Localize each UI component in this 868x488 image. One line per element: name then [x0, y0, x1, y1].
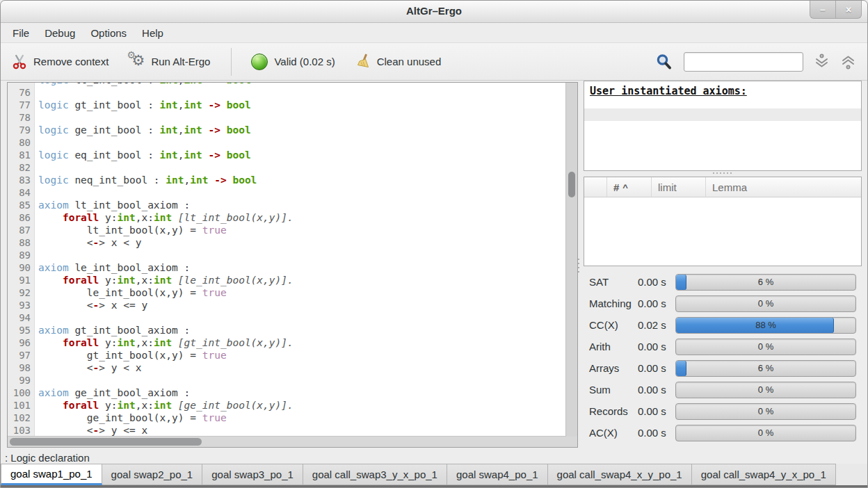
- line-number: 81: [8, 149, 35, 161]
- stat-row-ccx: CC(X)0.02 s88 %: [584, 314, 860, 336]
- toolbar-separator: [231, 48, 232, 76]
- menu-options[interactable]: Options: [83, 24, 134, 42]
- stat-percent: 6 %: [676, 361, 855, 376]
- window-controls: – ×: [810, 1, 862, 19]
- horizontal-scrollbar[interactable]: [8, 436, 566, 447]
- code-line: 78: [8, 111, 566, 124]
- statistics-panel: SAT0.00 s6 %Matching0.00 s0 %CC(X)0.02 s…: [584, 271, 860, 444]
- clean-unused-button[interactable]: Clean unused: [355, 54, 442, 70]
- broom-icon: [355, 54, 371, 70]
- menu-help[interactable]: Help: [134, 24, 171, 42]
- stat-label: CC(X): [589, 319, 638, 331]
- column-header-limit[interactable]: limit: [652, 177, 706, 197]
- stat-percent: 0 %: [676, 382, 855, 398]
- line-number: 93: [8, 299, 35, 311]
- stat-percent: 88 %: [676, 318, 855, 333]
- stat-percent: 6 %: [676, 275, 855, 290]
- go-down-icon[interactable]: [814, 54, 830, 70]
- stat-label: Records: [589, 405, 638, 417]
- stat-progressbar: 0 %: [675, 425, 856, 441]
- code-line: 96 forall y:int,x:int [gt_int_bool(x,y)]…: [8, 336, 566, 349]
- line-number: 78: [8, 111, 35, 124]
- code-line: 80: [8, 136, 566, 149]
- code-line: 98 <-> y < x: [8, 361, 566, 374]
- column-header-lemma[interactable]: Lemma: [706, 177, 861, 197]
- column-header-blank[interactable]: [584, 177, 607, 197]
- toolbar: Remove context ⚙ ⚙ Run Alt-Ergo Valid (0…: [1, 42, 867, 81]
- line-number: 101: [8, 399, 35, 412]
- user-axioms-panel: User instantiated axioms:: [584, 81, 862, 171]
- stat-percent: 0 %: [676, 296, 855, 311]
- horizontal-splitter-handle[interactable]: [584, 170, 860, 177]
- line-number: 99: [8, 374, 35, 387]
- code-line: 92 le_int_bool(x,y) = true: [8, 286, 566, 299]
- line-number: 85: [8, 199, 35, 211]
- line-number: 102: [8, 412, 35, 424]
- code-editor[interactable]: logic lt_int_bool : int,int -> bool7677l…: [7, 82, 578, 448]
- close-button[interactable]: ×: [835, 1, 861, 18]
- line-number: 80: [8, 136, 35, 149]
- stat-progressbar: 0 %: [675, 403, 856, 420]
- tab-goal-swap2_po_1[interactable]: goal swap2_po_1: [102, 464, 203, 485]
- title-bar: AltGr–Ergo – ×: [1, 1, 867, 23]
- tab-goal-swap3_po_1[interactable]: goal swap3_po_1: [202, 464, 303, 485]
- goal-tabs-bar: goal swap1_po_1goal swap2_po_1goal swap3…: [1, 464, 867, 487]
- line-number: 77: [8, 99, 35, 111]
- line-number: 76: [8, 86, 35, 99]
- menu-file[interactable]: File: [5, 24, 37, 42]
- search-icon: [655, 53, 673, 71]
- code-line: 97 gt_int_bool(x,y) = true: [8, 349, 566, 361]
- stat-row-arrays: Arrays0.00 s6 %: [584, 357, 860, 379]
- remove-context-button[interactable]: Remove context: [12, 54, 108, 70]
- menu-bar: FileDebugOptionsHelp: [1, 23, 867, 42]
- stat-label: Arrays: [589, 362, 638, 374]
- code-line: 88 <-> x < y: [8, 236, 566, 249]
- line-number: 100: [8, 387, 35, 399]
- line-number: 84: [8, 186, 35, 199]
- code-line: 90axiom le_int_bool_axiom :: [8, 261, 566, 274]
- stat-progressbar: 6 %: [675, 360, 856, 377]
- vertical-splitter-handle[interactable]: [576, 254, 581, 277]
- run-alt-ergo-label: Run Alt-Ergo: [151, 56, 210, 67]
- stat-row-arith: Arith0.00 s0 %: [584, 336, 860, 357]
- valid-label: Valid (0.02 s): [274, 56, 335, 67]
- line-number: 97: [8, 349, 35, 361]
- tab-goal-swap4_po_1[interactable]: goal swap4_po_1: [447, 464, 548, 485]
- stat-time: 0.02 s: [638, 319, 675, 331]
- lemma-table: # ^ limit Lemma: [584, 177, 862, 266]
- column-header-number[interactable]: # ^: [607, 177, 652, 197]
- tab-goal-swap1_po_1[interactable]: goal swap1_po_1: [1, 464, 102, 485]
- go-up-icon[interactable]: [840, 54, 856, 70]
- code-text-view[interactable]: logic lt_int_bool : int,int -> bool7677l…: [8, 83, 566, 437]
- tab-goal-call_swap4_x_y_po_1[interactable]: goal call_swap4_x_y_po_1: [548, 464, 692, 485]
- stat-progressbar: 0 %: [675, 339, 856, 355]
- line-number: 86: [8, 211, 35, 224]
- stat-label: Arith: [589, 341, 638, 352]
- search-input[interactable]: [684, 52, 803, 72]
- stat-time: 0.00 s: [638, 384, 675, 396]
- tab-goal-call_swap3_y_x_po_1[interactable]: goal call_swap3_y_x_po_1: [303, 464, 447, 485]
- horizontal-scrollbar-thumb[interactable]: [10, 438, 202, 446]
- lemma-table-header: # ^ limit Lemma: [584, 177, 861, 197]
- axioms-selected-row[interactable]: [584, 108, 861, 121]
- line-number: 89: [8, 249, 35, 261]
- scrollbar-corner: [566, 437, 577, 447]
- tab-goal-call_swap4_y_x_po_1[interactable]: goal call_swap4_y_x_po_1: [692, 464, 836, 485]
- stat-label: AC(X): [589, 427, 638, 439]
- remove-context-label: Remove context: [33, 56, 108, 67]
- stat-row-records: Records0.00 s0 %: [584, 400, 860, 422]
- code-line: 100axiom ge_int_bool_axiom :: [8, 387, 566, 399]
- stat-time: 0.00 s: [638, 276, 675, 288]
- code-line: 85axiom lt_int_bool_axiom :: [8, 199, 566, 211]
- minimize-button[interactable]: –: [810, 1, 835, 18]
- code-line: 91 forall y:int,x:int [le_int_bool(x,y)]…: [8, 274, 566, 286]
- clean-unused-label: Clean unused: [377, 56, 442, 67]
- code-line: 87 lt_int_bool(x,y) = true: [8, 224, 566, 236]
- gears-icon: ⚙ ⚙: [128, 54, 145, 70]
- stat-time: 0.00 s: [638, 362, 675, 374]
- line-number: 91: [8, 274, 35, 286]
- run-alt-ergo-button[interactable]: ⚙ ⚙ Run Alt-Ergo: [128, 54, 210, 70]
- vertical-scrollbar-thumb[interactable]: [568, 172, 575, 197]
- line-number: 88: [8, 236, 35, 249]
- menu-debug[interactable]: Debug: [37, 24, 83, 42]
